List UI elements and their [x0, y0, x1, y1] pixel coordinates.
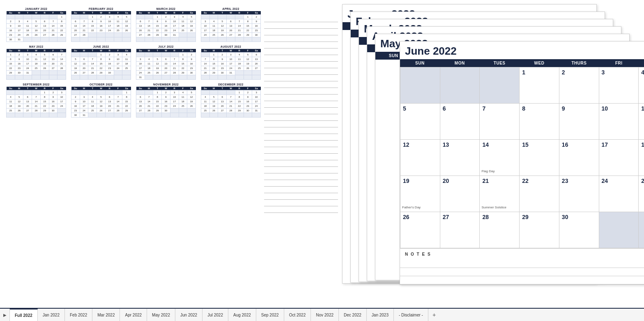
notes-line [264, 200, 338, 206]
mini-month-title-7: AUGUST 2022 [201, 45, 261, 48]
june-cell [480, 67, 520, 104]
mini-month-1: FEBRUARY 2022SuMTWRFSa123456789101112131… [71, 7, 131, 42]
june-day-number: 15 [522, 141, 557, 148]
june-cell [599, 212, 639, 248]
june-day-number: 18 [641, 141, 644, 148]
mini-month-title-2: MARCH 2022 [136, 7, 196, 10]
june-header-cell: SAT [639, 59, 644, 67]
june-notes-line [400, 260, 644, 268]
tab-item-8[interactable]: Aug 2022 [228, 309, 256, 321]
months-grid: JANUARY 2022SuMTWRFSa1234567891011121314… [6, 7, 261, 118]
notes-line [264, 16, 338, 22]
tab-item-11[interactable]: Nov 2022 [311, 309, 339, 321]
tab-item-14[interactable]: - Disclaimer - [394, 309, 428, 321]
june-cell [639, 212, 644, 248]
june-cell [400, 67, 440, 104]
june-header-cell: THURS [559, 59, 599, 67]
june-day-number: 5 [403, 105, 437, 112]
notes-line [264, 121, 338, 127]
june-day-number: 8 [522, 105, 557, 112]
mini-month-title-4: MAY 2022 [6, 45, 66, 48]
notes-line [264, 48, 338, 55]
notes-line [264, 81, 338, 88]
tab-item-6[interactable]: Jun 2022 [175, 309, 202, 321]
tab-item-10[interactable]: Oct 2022 [284, 309, 311, 321]
june-notes-label: N O T E S [400, 248, 644, 260]
notes-line [264, 55, 338, 62]
tab-item-4[interactable]: Apr 2022 [120, 309, 147, 321]
tab-prev-arrow[interactable]: ▶ [0, 309, 10, 321]
june-day-number: 9 [562, 105, 596, 112]
notes-line [264, 206, 338, 213]
june-cell: 17 [599, 140, 639, 176]
tab-item-3[interactable]: Mar 2022 [92, 309, 120, 321]
notes-line [264, 75, 338, 81]
june-day-number: 3 [602, 69, 636, 76]
june-cell: 23 [559, 176, 599, 212]
june-event-label: Summer Solstice [481, 206, 506, 209]
notes-line [264, 173, 338, 180]
tab-item-7[interactable]: Jul 2022 [202, 309, 228, 321]
june-cell: 28 [480, 212, 520, 248]
june-cell: 6 [440, 104, 480, 140]
june-cell: 15 [520, 140, 559, 176]
tab-item-13[interactable]: Jan 2023 [367, 309, 394, 321]
notes-lines [264, 16, 338, 213]
notes-line [264, 134, 338, 141]
tab-add-button[interactable]: + [428, 309, 440, 321]
mini-month-10: NOVEMBER 2022SuMTWRFSa123456789101112131… [136, 83, 196, 118]
june-day-number: 6 [443, 105, 477, 112]
mini-month-5: JUNE 2022SuMTWRFSa1234567891011121314151… [71, 45, 131, 80]
notes-line [264, 127, 338, 134]
june-cell: 30 [559, 212, 599, 248]
june-day-number: 20 [443, 178, 477, 184]
cards-section: January 2022SUNMONTUESWEDTHURSFRISATFebr… [342, 4, 638, 306]
notes-line [264, 180, 338, 187]
june-notes-line [400, 268, 644, 276]
june-day-number: 4 [641, 69, 644, 76]
notes-line [264, 187, 338, 193]
notes-line [264, 147, 338, 154]
june-day-number: 28 [482, 214, 517, 220]
notes-line [264, 29, 338, 35]
june-day-number: 7 [482, 105, 517, 112]
mini-month-title-5: JUNE 2022 [71, 45, 131, 48]
mini-month-title-8: SEPTEMBER 2022 [6, 83, 66, 86]
june-day-number: 30 [562, 214, 596, 220]
june-cell: 27 [440, 212, 480, 248]
june-day-number: 19 [403, 178, 437, 184]
june-cell: 13 [440, 140, 480, 176]
mini-month-4: MAY 2022SuMTWRFSa12345678910111213141516… [6, 45, 66, 80]
june-day-number: 22 [522, 178, 557, 184]
june-day-number: 16 [562, 141, 596, 148]
mini-month-2: MARCH 2022SuMTWRFSa123456789101112131415… [136, 7, 196, 42]
june-cell: 26 [400, 212, 440, 248]
notes-line [264, 141, 338, 147]
june-header-cell: TUES [480, 59, 520, 67]
june-day-number: 27 [443, 214, 477, 220]
june-day-number: 23 [562, 178, 596, 184]
notes-line [264, 68, 338, 75]
tab-item-9[interactable]: Sep 2022 [256, 309, 284, 321]
mini-month-6: JULY 2022SuMTWRFSa1234567891011121314151… [136, 45, 196, 80]
notes-line [264, 114, 338, 121]
tab-item-12[interactable]: Dec 2022 [339, 309, 367, 321]
tab-item-1[interactable]: Jan 2022 [38, 309, 65, 321]
mini-month-title-9: OCTOBER 2022 [71, 83, 131, 86]
june-cell: 11 [639, 104, 644, 140]
june-cell: 7 [480, 104, 520, 140]
june-full-card: June 2022SUNMONTUESWEDTHURSFRISAT1234567… [400, 41, 644, 285]
tab-item-0[interactable]: Full 2022 [10, 309, 38, 321]
mini-month-7: AUGUST 2022SuMTWRFSa12345678910111213141… [201, 45, 261, 80]
tab-item-2[interactable]: Feb 2022 [65, 309, 92, 321]
june-event-label: Father's Day [402, 206, 421, 209]
june-cell [440, 67, 480, 104]
tab-item-5[interactable]: May 2022 [147, 309, 175, 321]
june-day-number: 11 [641, 105, 644, 112]
june-day-number: 2 [562, 69, 596, 76]
june-cell: 10 [599, 104, 639, 140]
tab-bar: ▶ Full 2022Jan 2022Feb 2022Mar 2022Apr 2… [0, 308, 644, 321]
notes-line [264, 95, 338, 101]
june-cell: 14Flag Day [480, 140, 520, 176]
mini-month-0: JANUARY 2022SuMTWRFSa1234567891011121314… [6, 7, 66, 42]
